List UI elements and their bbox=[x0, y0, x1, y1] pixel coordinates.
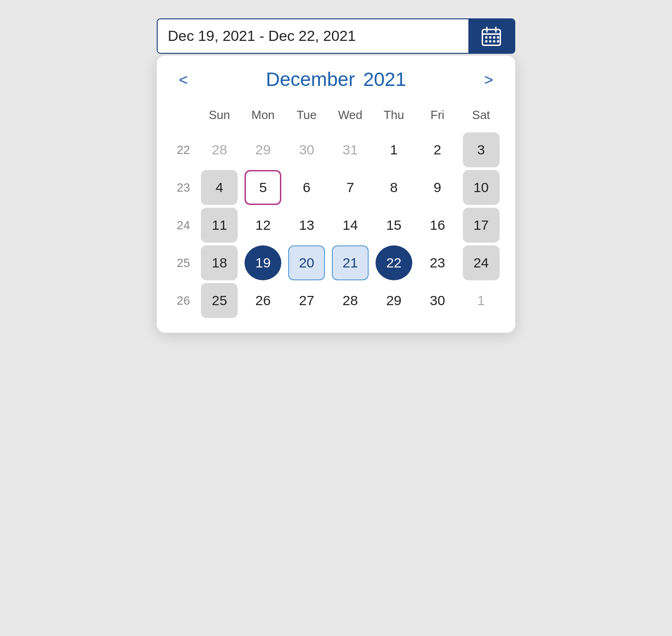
day-cell[interactable]: 16 bbox=[419, 208, 456, 243]
calendar-day[interactable]: 20 bbox=[285, 245, 328, 280]
calendar-day[interactable]: 16 bbox=[416, 208, 459, 243]
calendar-day[interactable]: 3 bbox=[460, 132, 502, 167]
calendar-day[interactable]: 6 bbox=[285, 170, 328, 205]
calendar-day[interactable]: 7 bbox=[329, 170, 372, 205]
calendar-day[interactable]: 1 bbox=[460, 283, 502, 318]
calendar-day[interactable]: 4 bbox=[198, 170, 241, 205]
calendar-day[interactable]: 21 bbox=[329, 245, 372, 280]
calendar-day[interactable]: 18 bbox=[198, 245, 241, 280]
calendar-day[interactable]: 17 bbox=[460, 208, 502, 243]
day-cell[interactable]: 4 bbox=[201, 170, 238, 205]
day-of-week-header: Fri bbox=[416, 103, 459, 130]
calendar-day[interactable]: 8 bbox=[372, 170, 415, 205]
day-cell[interactable]: 29 bbox=[245, 132, 281, 167]
day-of-week-header: Wed bbox=[329, 103, 372, 130]
day-cell[interactable]: 25 bbox=[201, 283, 238, 318]
date-input-bar[interactable]: Dec 19, 2021 - Dec 22, 2021 bbox=[157, 18, 515, 54]
day-cell[interactable]: 10 bbox=[463, 170, 500, 205]
month-year-display: December 2021 bbox=[266, 68, 406, 91]
day-cell[interactable]: 11 bbox=[201, 208, 238, 243]
day-cell[interactable]: 22 bbox=[376, 245, 412, 280]
calendar-day[interactable]: 30 bbox=[416, 283, 459, 318]
day-cell[interactable]: 3 bbox=[463, 132, 500, 167]
day-of-week-header: Sat bbox=[460, 103, 502, 130]
day-cell[interactable]: 31 bbox=[332, 132, 369, 167]
prev-month-button[interactable]: < bbox=[173, 70, 194, 89]
day-cell[interactable]: 15 bbox=[376, 208, 412, 243]
day-cell[interactable]: 29 bbox=[376, 283, 412, 318]
day-cell[interactable]: 19 bbox=[245, 245, 281, 280]
day-cell[interactable]: 18 bbox=[201, 245, 238, 280]
week-number: 24 bbox=[170, 208, 197, 243]
svg-rect-5 bbox=[489, 36, 491, 39]
day-cell[interactable]: 13 bbox=[288, 208, 325, 243]
calendar-day[interactable]: 12 bbox=[242, 208, 285, 243]
calendar-month: December bbox=[266, 68, 355, 91]
calendar-day[interactable]: 29 bbox=[242, 132, 285, 167]
calendar-year: 2021 bbox=[363, 68, 406, 91]
day-cell[interactable]: 12 bbox=[245, 208, 281, 243]
day-cell[interactable]: 27 bbox=[288, 283, 325, 318]
calendar-day[interactable]: 2 bbox=[416, 132, 459, 167]
calendar-day[interactable]: 26 bbox=[242, 283, 285, 318]
day-of-week-header: Mon bbox=[242, 103, 285, 130]
day-cell[interactable]: 1 bbox=[376, 132, 412, 167]
day-of-week-header: Sun bbox=[198, 103, 241, 130]
day-cell[interactable]: 6 bbox=[288, 170, 325, 205]
svg-rect-8 bbox=[485, 40, 488, 42]
svg-rect-4 bbox=[485, 36, 488, 39]
day-cell[interactable]: 28 bbox=[332, 283, 369, 318]
day-cell[interactable]: 7 bbox=[332, 170, 369, 205]
week-number: 25 bbox=[170, 245, 197, 280]
calendar-day[interactable]: 1 bbox=[372, 132, 415, 167]
calendar-day[interactable]: 23 bbox=[416, 245, 459, 280]
calendar-icon-button[interactable] bbox=[468, 19, 514, 53]
date-range-text[interactable]: Dec 19, 2021 - Dec 22, 2021 bbox=[158, 19, 468, 53]
calendar-day[interactable]: 22 bbox=[372, 245, 415, 280]
day-cell[interactable]: 17 bbox=[463, 208, 500, 243]
calendar-day[interactable]: 30 bbox=[285, 132, 328, 167]
day-cell[interactable]: 9 bbox=[419, 170, 456, 205]
calendar-day[interactable]: 11 bbox=[198, 208, 241, 243]
calendar-header: < December 2021 > bbox=[170, 68, 502, 91]
calendar-day[interactable]: 9 bbox=[416, 170, 459, 205]
calendar-day[interactable]: 28 bbox=[329, 283, 372, 318]
day-cell[interactable]: 26 bbox=[245, 283, 281, 318]
calendar-grid: SunMonTueWedThuFriSat2228293031123234567… bbox=[170, 103, 502, 318]
svg-rect-7 bbox=[497, 36, 499, 39]
week-number: 22 bbox=[170, 132, 197, 167]
day-cell[interactable]: 30 bbox=[288, 132, 325, 167]
day-cell[interactable]: 5 bbox=[245, 170, 281, 205]
calendar-day[interactable]: 24 bbox=[460, 245, 502, 280]
svg-rect-6 bbox=[493, 36, 495, 39]
calendar-dropdown: < December 2021 > SunMonTueWedThuFriSat2… bbox=[157, 56, 515, 333]
day-cell[interactable]: 20 bbox=[288, 245, 325, 280]
calendar-day[interactable]: 25 bbox=[198, 283, 241, 318]
week-number: 23 bbox=[170, 170, 197, 205]
calendar-day[interactable]: 19 bbox=[242, 245, 285, 280]
calendar-day[interactable]: 14 bbox=[329, 208, 372, 243]
next-month-button[interactable]: > bbox=[478, 70, 499, 89]
day-cell[interactable]: 24 bbox=[463, 245, 500, 280]
day-cell[interactable]: 2 bbox=[419, 132, 456, 167]
calendar-day[interactable]: 28 bbox=[198, 132, 241, 167]
day-cell[interactable]: 30 bbox=[419, 283, 456, 318]
svg-rect-10 bbox=[493, 40, 495, 42]
calendar-day[interactable]: 29 bbox=[372, 283, 415, 318]
date-picker-container: Dec 19, 2021 - Dec 22, 2021 < bbox=[157, 18, 515, 333]
day-cell[interactable]: 14 bbox=[332, 208, 369, 243]
day-of-week-header: Tue bbox=[285, 103, 328, 130]
day-cell[interactable]: 28 bbox=[201, 132, 238, 167]
day-cell[interactable]: 8 bbox=[376, 170, 412, 205]
calendar-day[interactable]: 10 bbox=[460, 170, 502, 205]
day-cell[interactable]: 1 bbox=[463, 283, 500, 318]
svg-rect-9 bbox=[489, 40, 491, 42]
calendar-day[interactable]: 5 bbox=[242, 170, 285, 205]
calendar-day[interactable]: 27 bbox=[285, 283, 328, 318]
svg-rect-11 bbox=[497, 40, 499, 42]
calendar-day[interactable]: 31 bbox=[329, 132, 372, 167]
calendar-day[interactable]: 13 bbox=[285, 208, 328, 243]
day-cell[interactable]: 23 bbox=[419, 245, 456, 280]
calendar-day[interactable]: 15 bbox=[372, 208, 415, 243]
day-cell[interactable]: 21 bbox=[332, 245, 369, 280]
